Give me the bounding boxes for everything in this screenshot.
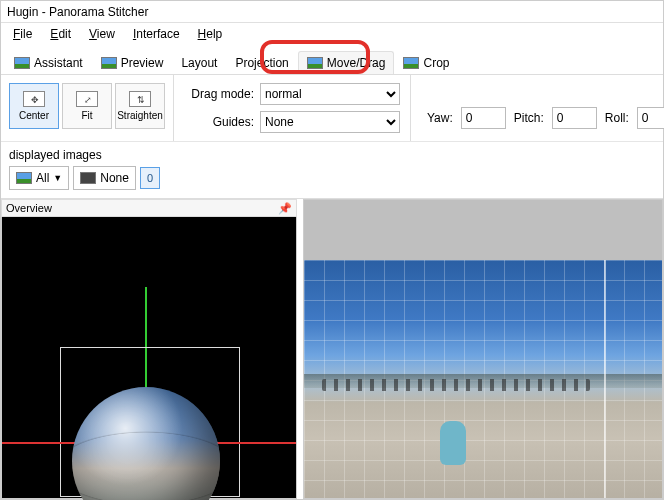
tab-layout[interactable]: Layout (172, 51, 226, 74)
foreground-person (440, 421, 466, 465)
workspace: Overview 📌 (1, 199, 663, 499)
all-images-label: All (36, 171, 49, 185)
picture-icon (16, 172, 32, 184)
fit-icon: ⤢ (76, 91, 98, 107)
displayed-images-section: displayed images All ▼ None 0 (1, 142, 663, 199)
straighten-button-label: Straighten (117, 110, 163, 121)
straighten-icon: ⇅ (129, 91, 151, 107)
yaw-input[interactable] (461, 107, 506, 129)
tab-move-drag-label: Move/Drag (327, 56, 386, 70)
straighten-button[interactable]: ⇅ Straighten (115, 83, 165, 129)
sub-toolbar: ✥ Center ⤢ Fit ⇅ Straighten Drag mode: n… (1, 75, 663, 142)
pitch-input[interactable] (552, 107, 597, 129)
tab-preview[interactable]: Preview (92, 51, 173, 74)
center-button[interactable]: ✥ Center (9, 83, 59, 129)
roll-input[interactable] (637, 107, 664, 129)
tab-projection[interactable]: Projection (226, 51, 297, 74)
tab-assistant-label: Assistant (34, 56, 83, 70)
dark-picture-icon (80, 172, 96, 184)
dropdown-caret-icon: ▼ (53, 173, 62, 183)
none-images-button[interactable]: None (73, 166, 136, 190)
overview-panel: Overview 📌 (1, 199, 297, 499)
picture-icon (14, 57, 30, 69)
crowd-silhouettes (322, 379, 591, 391)
panorama-preview[interactable] (304, 260, 662, 498)
yaw-pitch-roll-group: Yaw: Pitch: Roll: Ap (411, 75, 664, 141)
window-title: Hugin - Panorama Stitcher (1, 1, 663, 23)
tab-crop[interactable]: Crop (394, 51, 458, 74)
view-button-group: ✥ Center ⤢ Fit ⇅ Straighten (1, 75, 174, 141)
tab-layout-label: Layout (181, 56, 217, 70)
guides-select[interactable]: None (260, 111, 400, 133)
main-viewport[interactable] (303, 199, 663, 499)
viewport-letterbox (304, 200, 662, 260)
fit-button-label: Fit (81, 110, 92, 121)
displayed-images-label: displayed images (9, 148, 655, 162)
menu-edit[interactable]: Edit (42, 25, 79, 43)
menubar: File Edit View Interface Help (1, 23, 663, 45)
menu-interface[interactable]: Interface (125, 25, 188, 43)
picture-icon (403, 57, 419, 69)
picture-icon (307, 57, 323, 69)
tab-projection-label: Projection (235, 56, 288, 70)
tab-assistant[interactable]: Assistant (5, 51, 92, 74)
menu-help[interactable]: Help (190, 25, 231, 43)
pitch-label: Pitch: (514, 111, 544, 125)
pin-icon[interactable]: 📌 (278, 202, 292, 215)
center-icon: ✥ (23, 91, 45, 107)
roll-label: Roll: (605, 111, 629, 125)
drag-params: Drag mode: normal Guides: None (174, 75, 411, 141)
tab-preview-label: Preview (121, 56, 164, 70)
fit-button[interactable]: ⤢ Fit (62, 83, 112, 129)
image-index-toggle[interactable]: 0 (140, 167, 160, 189)
menu-view[interactable]: View (81, 25, 123, 43)
picture-icon (101, 57, 117, 69)
mode-tabs: Assistant Preview Layout Projection Move… (1, 45, 663, 75)
guides-label: Guides: (184, 115, 254, 129)
tab-move-drag[interactable]: Move/Drag (298, 51, 395, 74)
yaw-label: Yaw: (427, 111, 453, 125)
tab-crop-label: Crop (423, 56, 449, 70)
image-seam (604, 260, 606, 498)
menu-file[interactable]: File (5, 25, 40, 43)
overview-header: Overview (6, 202, 52, 214)
drag-mode-select[interactable]: normal (260, 83, 400, 105)
center-button-label: Center (19, 110, 49, 121)
overview-viewport[interactable] (1, 217, 297, 499)
all-images-button[interactable]: All ▼ (9, 166, 69, 190)
drag-mode-label: Drag mode: (184, 87, 254, 101)
none-images-label: None (100, 171, 129, 185)
